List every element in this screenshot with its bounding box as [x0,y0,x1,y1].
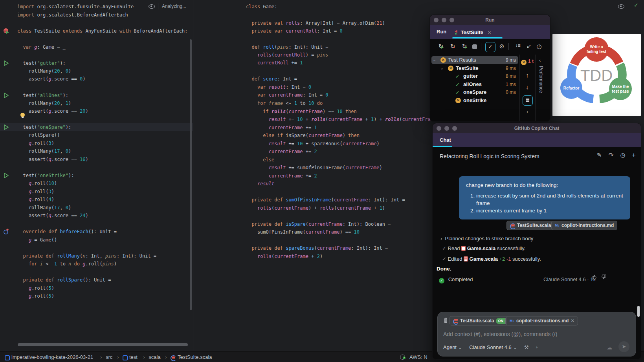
code-line: g.roll(3) [17,139,54,147]
mode-selector[interactable]: Agent ⌄ Claude Sonnet 4.6 ⌄ ⚒ ◔ [443,344,538,350]
thumbs-down-icon[interactable] [599,274,609,281]
previous-failed-icon[interactable]: ↑ [523,72,532,79]
aws-status[interactable]: AWS: N [409,354,427,360]
next-failed-icon[interactable]: ↓ [523,84,532,90]
expand-chevron-icon[interactable]: › [523,108,532,115]
context-chip-copilot-instructions.md[interactable]: M↓copilot-instructions.md [551,221,617,230]
code-line: assert(g.score == 0) [17,75,85,83]
breadcrumb-item-src[interactable]: src [106,354,112,360]
test-duration: 9 ms [506,66,516,71]
run-test-icon[interactable] [3,60,9,66]
tools-icon[interactable]: ⚒ [524,344,529,350]
test-tree-row-test-results[interactable]: ⌄✕Test Results9 ms [430,57,519,65]
aws-credentials-icon[interactable]: ✓ [400,354,405,361]
horizontal-scrollbar[interactable] [18,343,188,346]
ignore-tests-icon[interactable]: ⊘ [497,43,506,50]
run-test-icon[interactable] [3,172,9,179]
breadcrumb-item-TestSuite.scala[interactable]: TestSuite.scala [178,354,212,360]
intention-bulb-icon[interactable] [20,113,25,117]
toggle-auto-test-icon[interactable]: ↻▶ [460,43,469,50]
code-line: var currentFrame: Int = 0 [246,91,328,99]
test-history-clock-icon[interactable]: ◷ [534,43,544,50]
vertical-scrollbar[interactable] [190,39,192,310]
thumbs-up-icon[interactable] [589,274,598,281]
context-chip-TestSuite.scala[interactable]: TestSuite.scala [506,221,554,230]
planned-changes-row[interactable]: › Planned changes to strike branch body [440,236,533,241]
stop-icon[interactable] [472,44,477,49]
scala-file-icon [171,355,176,360]
code-line: result [246,180,274,188]
chat-input[interactable]: Add context (#), extensions (@), command… [443,331,557,337]
test-tree-row-allones[interactable]: ✓allOnes1 ms [430,81,519,89]
performance-strip[interactable]: Performance [538,66,544,93]
reader-mode-eye-icon[interactable] [618,4,624,9]
quill-edit-icon[interactable]: ✎ [594,152,604,159]
code-line: for i <- 1 to n do g.roll(pins) [17,260,117,268]
chevron-down-icon: ⌄ [513,344,517,350]
tab-testsuite[interactable]: TestSuite ✕ [453,29,492,36]
test-tree-row-onespare[interactable]: ✓oneSpare0 ms [430,89,519,97]
agent-step-read[interactable]: ✓ Read Game.scala successfully. [442,245,525,251]
test-results-tree: ⌄✕Test Results9 ms⌄✕TestSuite9 ms✓gutter… [430,55,519,121]
reader-mode-eye-icon[interactable] [149,4,155,9]
share-redo-icon[interactable]: ↷ [606,152,616,159]
test-tree-row-testsuite[interactable]: ⌄✕TestSuite9 ms [430,65,519,73]
code-line: currentRoll += 1 [246,59,303,67]
test-tree-row-onestrike[interactable]: ✕oneStrike [430,97,519,105]
sort-tests-icon[interactable]: ↓≡ [513,43,523,48]
run-test-icon[interactable] [3,92,9,99]
import-test-results-icon[interactable]: ↙ [524,43,534,50]
collapse-chevron-icon[interactable]: ⌄ [433,57,436,62]
collapse-strip-icon[interactable]: ‹ [539,57,541,63]
usage-meter-icon[interactable]: ◔ [535,344,538,350]
inspections-ok-icon[interactable]: ✓ [634,2,638,8]
run-tool-window: Run Run TestSuite ✕ ↻▶ ↻● ↻▶ ✓ ⊘ ↓≡ ↙ [429,15,550,122]
chat-window-titlebar[interactable]: GitHub Copilot Chat [433,123,641,133]
toolwindow-label[interactable]: Run [437,29,446,35]
model-selector[interactable]: Claude Sonnet 4.6 [469,344,512,350]
analysis-status: Analyzing... [162,4,186,9]
filter-options-icon[interactable]: ≣ [523,95,533,106]
override-method-icon[interactable] [3,229,9,235]
test-tree-row-gutter[interactable]: ✓gutter8 ms [430,73,519,81]
diff-removed-count: -1 [505,256,511,262]
close-tab-icon[interactable]: ✕ [487,30,491,35]
breadcrumb-item-imperative-bowling-kata-2026-03-21[interactable]: imperative-bowling-kata-2026-03-21 [11,354,93,360]
chat-input-panel[interactable]: TestSuite.scalaONM↓copilot-instructions.… [437,312,636,357]
breadcrumb-item-scala[interactable]: scala [149,354,160,360]
editor-testsuite[interactable]: import org.scalatest.funsuite.AnyFunSuit… [0,0,193,351]
test-name: allOnes [463,81,482,87]
context-chip-TestSuite.scala[interactable]: TestSuite.scalaON [450,316,514,325]
user-message-text: change new branch to do the following: [466,181,623,189]
breadcrumb-item-test[interactable]: test [129,354,138,360]
chip-close-icon[interactable]: ✕ [571,318,574,324]
code-line: private def rollSpare(): Unit = [17,276,111,284]
run-window-titlebar[interactable]: Run [430,15,550,25]
collapse-chevron-icon[interactable]: ⌄ [440,66,444,71]
test-duration: 0 ms [506,90,516,95]
new-chat-plus-icon[interactable]: + [629,151,638,159]
run-test-icon[interactable] [3,124,9,130]
attach-paperclip-icon[interactable] [442,317,449,325]
show-passed-toggle-icon[interactable]: ✓ [485,42,495,52]
run-class-icon[interactable] [3,28,9,34]
chat-scrollbar[interactable] [637,306,640,317]
code-line: var g: Game = _ [17,43,66,51]
rerun-icon[interactable]: ↻▶ [436,43,446,50]
code-line: class TestSuite extends AnyFunSuite with… [17,27,188,35]
code-line: assert(g.score == 24) [17,212,88,219]
cloud-sync-icon[interactable]: ☁ [607,344,612,351]
code-line: for frame <- 1 to 10 do [246,99,323,107]
scala-file-red-icon [461,246,466,251]
rerun-failed-icon[interactable]: ↻● [448,43,457,50]
code-line: assert(g.score == 16) [17,155,88,163]
code-line: private var currentRoll: Int = 0 [246,27,343,35]
tab-chat[interactable]: Chat [440,137,451,143]
agent-step-edited[interactable]: ✓ Edited Game.scala +2 -1 successfully. [442,256,541,262]
run-toolbar: ↻▶ ↻● ↻▶ ✓ ⊘ ↓≡ ↙ ◷ [430,39,550,55]
send-button[interactable]: ➤ [618,341,629,352]
context-chip-copilot-instructions.md[interactable]: M↓copilot-instructions.md✕ [506,316,578,325]
history-clock-icon[interactable]: ◷ [618,152,627,159]
code-line: rollMany(20, 0) [17,67,71,75]
code-line: import org.scalatest.funsuite.AnyFunSuit… [17,3,134,11]
